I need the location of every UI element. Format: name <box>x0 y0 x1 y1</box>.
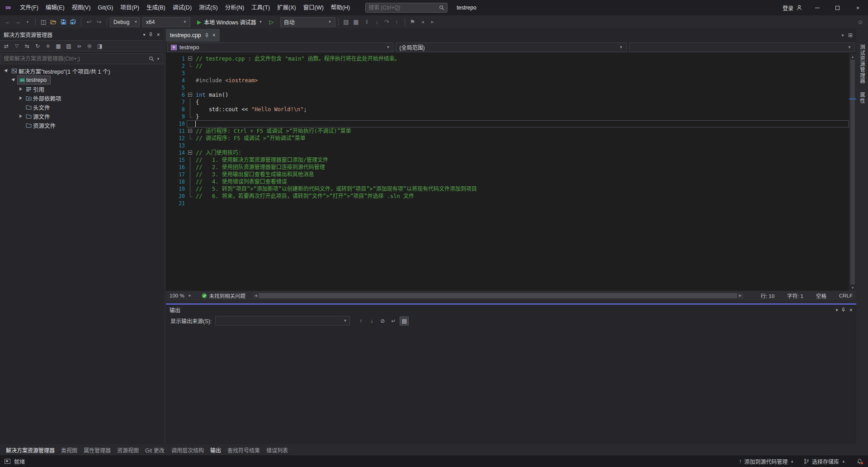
nest-files-icon[interactable]: ≡ <box>43 42 52 51</box>
zoom-dropdown[interactable]: 100 % ▼ <box>170 293 194 298</box>
active-files-dropdown-icon[interactable]: ▼ <box>841 33 844 38</box>
open-folder-icon[interactable] <box>48 17 58 27</box>
tool-window-tab[interactable]: 资源视图 <box>114 446 142 454</box>
menubar-item[interactable]: 工具(T) <box>248 0 274 15</box>
auto-hide-tab[interactable]: 测试资源管理器 <box>859 44 866 84</box>
code-line[interactable]: 11// 运行程序: Ctrl + F5 或调试 >“开始执行(不调试)”菜单 <box>166 127 849 135</box>
auto-hide-tab[interactable]: 属性 <box>859 92 866 104</box>
scroll-down-icon[interactable]: ▼ <box>851 284 854 291</box>
switch-views-icon[interactable]: ⇄ <box>2 42 11 51</box>
redo-icon[interactable]: ↪ <box>94 17 104 27</box>
code-line[interactable]: 6int main() <box>166 91 849 99</box>
close-button[interactable]: × <box>848 0 868 15</box>
properties-icon[interactable] <box>85 42 94 51</box>
maximize-button[interactable] <box>827 0 848 15</box>
tool-window-tab[interactable]: 调用层次结构 <box>168 446 207 454</box>
code-line[interactable]: 16// 2. 使用团队资源管理器窗口连接到源代码管理 <box>166 164 849 171</box>
clear-all-icon[interactable]: ⊘ <box>378 316 387 325</box>
close-icon[interactable]: × <box>212 32 216 38</box>
code-line[interactable]: 8 std::cout << "Hello World!\n"; <box>166 106 849 113</box>
tree-item[interactable]: 源文件 <box>0 112 164 121</box>
output-source-dropdown[interactable]: ▼ <box>215 316 350 325</box>
code-line[interactable]: 18// 4. 使用错误列表窗口查看错误 <box>166 178 849 185</box>
code-health-indicator[interactable]: 未找到相关问题 <box>202 292 246 299</box>
tool-window-tab[interactable]: 属性管理器 <box>80 446 114 454</box>
start-debugging-button[interactable]: ▶ 本地 Windows 调试器 ▼ <box>194 17 266 28</box>
start-without-debugging-icon[interactable]: ▷ <box>267 17 277 27</box>
quick-search-input[interactable] <box>368 5 439 11</box>
solution-explorer-search-input[interactable] <box>4 56 149 62</box>
pin-icon[interactable] <box>204 33 209 38</box>
menubar-item[interactable]: 项目(P) <box>117 0 143 15</box>
output-content[interactable] <box>166 327 856 444</box>
word-wrap-icon[interactable]: ↵ <box>389 316 398 325</box>
save-all-icon[interactable] <box>68 17 78 27</box>
quick-search-box[interactable] <box>365 3 448 13</box>
save-icon[interactable] <box>58 17 68 27</box>
menubar-item[interactable]: Git(G) <box>94 0 117 15</box>
tool-window-tab[interactable]: 错误列表 <box>263 446 291 454</box>
previous-message-icon[interactable]: ↑ <box>356 316 365 325</box>
fold-collapse-icon[interactable] <box>187 149 194 156</box>
code-line[interactable]: 10 <box>166 120 849 127</box>
code-line[interactable]: 5 <box>166 84 849 91</box>
code-line[interactable]: 4#include <iostream> <box>166 77 849 84</box>
nav-forward-icon[interactable]: → <box>13 17 23 27</box>
menubar-item[interactable]: 文件(F) <box>16 0 42 15</box>
tree-item[interactable]: 资源文件 <box>0 121 164 130</box>
view-code-icon[interactable]: ‹› <box>75 42 84 51</box>
document-outline-icon[interactable]: ▦ <box>351 17 361 27</box>
indentation-indicator[interactable]: 空格 <box>816 292 826 299</box>
tool-window-tab[interactable]: 类视图 <box>58 446 80 454</box>
window-position-icon[interactable]: ▾ <box>143 32 145 37</box>
show-all-files-icon[interactable]: ▨ <box>64 42 73 51</box>
sync-with-active-document-icon[interactable]: ⇆ <box>23 42 32 51</box>
expand-arrow-icon[interactable] <box>17 87 24 91</box>
expand-arrow-icon[interactable] <box>17 114 24 118</box>
tree-item[interactable]: 解决方案"testrepo"(1 个项目/共 1 个) <box>0 66 164 75</box>
scroll-up-icon[interactable]: ▲ <box>851 53 854 60</box>
break-all-icon[interactable]: ‖ <box>362 17 372 27</box>
code-line[interactable]: 13 <box>166 142 849 149</box>
scroll-left-icon[interactable]: ◀ <box>253 294 259 297</box>
close-icon[interactable]: × <box>849 307 853 313</box>
add-to-source-control-button[interactable]: ↑ 添加到源代码管理 ▲ <box>739 458 794 465</box>
type-scope-dropdown[interactable]: (全局范围) ▼ <box>396 42 626 52</box>
menubar-item[interactable]: 帮助(H) <box>327 0 354 15</box>
code-line[interactable]: 9} <box>166 113 849 120</box>
pin-icon[interactable] <box>841 307 846 312</box>
menubar-item[interactable]: 调试(D) <box>169 0 195 15</box>
scrollbar-thumb[interactable] <box>259 293 737 298</box>
select-repository-button[interactable]: 选择存储库 ▲ <box>804 458 845 465</box>
code-line[interactable]: 12// 调试程序: F5 或调试 >“开始调试”菜单 <box>166 135 849 142</box>
pending-changes-filter-icon[interactable]: ▽ <box>12 42 21 51</box>
collapse-arrow-icon[interactable] <box>10 79 17 81</box>
tree-item[interactable]: 头文件 <box>0 103 164 112</box>
expand-arrow-icon[interactable] <box>17 96 24 100</box>
editor-vertical-scrollbar[interactable]: ▲ ▼ <box>849 53 856 291</box>
next-message-icon[interactable]: ↓ <box>367 316 376 325</box>
nav-history-icon[interactable]: ▼ <box>23 17 33 27</box>
code-line[interactable]: 3 <box>166 70 849 77</box>
step-over-icon[interactable]: ↷ <box>382 17 392 27</box>
configuration-dropdown[interactable]: Debug▼ <box>110 17 140 27</box>
refresh-icon[interactable]: ↻ <box>33 42 42 51</box>
tool-window-tab[interactable]: Git 更改 <box>142 446 168 454</box>
next-bookmark-icon[interactable]: ▶ <box>428 17 438 27</box>
editor-options-icon[interactable]: ⊞ <box>848 32 853 38</box>
output-panel-splitter[interactable] <box>166 301 856 305</box>
attach-dropdown[interactable]: 自动▼ <box>280 17 335 27</box>
tool-window-tab[interactable]: 解决方案资源管理器 <box>3 446 58 454</box>
collapse-arrow-icon[interactable] <box>3 70 10 72</box>
menubar-item[interactable]: 视图(V) <box>68 0 94 15</box>
code-editor[interactable]: 1// testrepo.cpp : 此文件包含 "main" 函数。程序执行将… <box>166 53 856 291</box>
code-line[interactable]: 21 <box>166 200 849 207</box>
code-line[interactable]: 2// <box>166 62 849 70</box>
editor-horizontal-scrollbar[interactable]: ◀ ▶ <box>253 293 743 298</box>
fold-collapse-icon[interactable] <box>187 127 194 135</box>
menubar-item[interactable]: 测试(S) <box>195 0 222 15</box>
menubar-item[interactable]: 扩展(X) <box>274 0 300 15</box>
document-tab-testrepo-cpp[interactable]: testrepo.cpp × <box>166 29 220 42</box>
step-out-icon[interactable]: ↑ <box>392 17 402 27</box>
code-line[interactable]: 1// testrepo.cpp : 此文件包含 "main" 函数。程序执行将… <box>166 55 849 62</box>
